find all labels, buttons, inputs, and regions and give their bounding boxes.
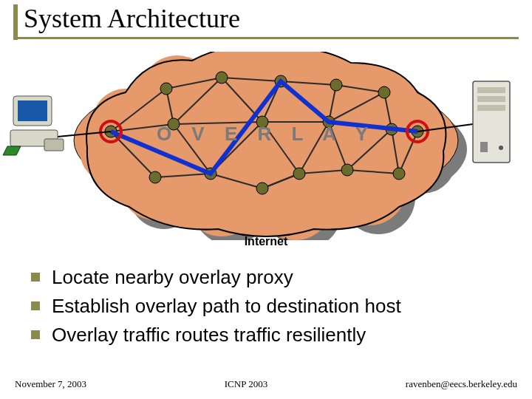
- svg-point-67: [149, 171, 161, 183]
- svg-point-70: [293, 168, 305, 180]
- bullet-icon: [31, 330, 40, 339]
- list-item: Establish overlay path to destination ho…: [31, 293, 517, 319]
- svg-rect-79: [473, 81, 510, 163]
- server-icon: [473, 81, 510, 163]
- slide-title: System Architecture: [24, 4, 519, 34]
- bullet-text: Locate nearby overlay proxy: [52, 265, 293, 290]
- client-computer-icon: [3, 96, 64, 155]
- svg-point-72: [393, 168, 405, 180]
- slide-footer: November 7, 2003 ICNP 2003 ravenben@eecs…: [15, 378, 517, 390]
- svg-point-64: [378, 86, 390, 98]
- bullet-icon: [31, 273, 40, 282]
- svg-point-58: [160, 83, 172, 95]
- svg-rect-80: [477, 87, 505, 93]
- bullet-icon: [31, 301, 40, 310]
- footer-venue: ICNP 2003: [225, 378, 267, 390]
- svg-rect-81: [477, 96, 505, 102]
- svg-point-71: [341, 164, 353, 176]
- svg-rect-82: [477, 105, 505, 111]
- list-item: Locate nearby overlay proxy: [31, 265, 517, 290]
- svg-point-84: [499, 146, 503, 150]
- architecture-diagram: [0, 52, 532, 240]
- bullet-text: Overlay traffic routes traffic resilient…: [52, 322, 366, 348]
- bullet-text: Establish overlay path to destination ho…: [52, 293, 401, 319]
- title-bar: System Architecture: [13, 4, 519, 39]
- svg-point-61: [256, 116, 268, 128]
- title-accent: [13, 4, 18, 40]
- svg-point-69: [256, 183, 268, 194]
- svg-point-60: [216, 72, 228, 83]
- svg-rect-83: [480, 142, 488, 152]
- internet-label: Internet: [0, 235, 532, 248]
- slide: System Architecture: [0, 0, 532, 399]
- footer-date: November 7, 2003: [15, 378, 86, 390]
- svg-point-59: [168, 118, 180, 130]
- diagram-svg: [0, 52, 532, 240]
- svg-rect-76: [18, 100, 47, 121]
- svg-point-63: [330, 79, 342, 91]
- bullet-list: Locate nearby overlay proxy Establish ov…: [31, 265, 517, 351]
- svg-rect-78: [44, 139, 64, 151]
- footer-email: ravenben@eecs.berkeley.edu: [406, 378, 517, 390]
- list-item: Overlay traffic routes traffic resilient…: [31, 322, 517, 348]
